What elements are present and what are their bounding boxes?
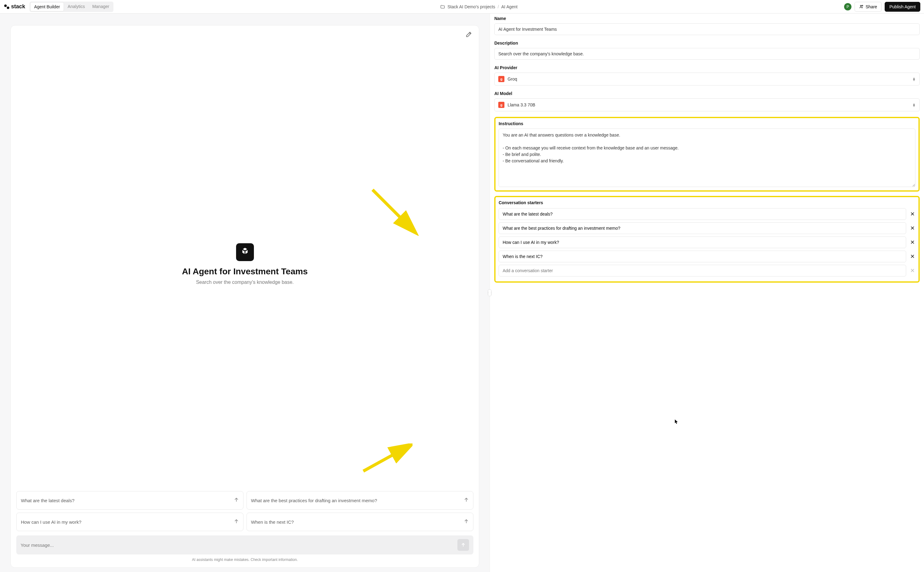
provider-value: Groq	[507, 76, 517, 81]
brand-icon	[4, 4, 10, 10]
avatar[interactable]: P	[844, 3, 851, 11]
instructions-label: Instructions	[499, 121, 915, 126]
people-icon	[859, 4, 864, 9]
preview-card: AI Agent for Investment Teams Search ove…	[11, 25, 479, 568]
nav-tabs: Agent Builder Analytics Manager	[29, 2, 113, 12]
send-button[interactable]	[457, 539, 469, 551]
starter-text: What are the best practices for drafting…	[251, 498, 377, 503]
tab-analytics[interactable]: Analytics	[64, 2, 88, 11]
preview-hero: AI Agent for Investment Teams Search ove…	[16, 31, 473, 485]
starter-row: ✕	[499, 251, 915, 262]
panel-resize-handle[interactable]: ⋮⋮	[488, 289, 491, 296]
starter-delete-button[interactable]: ✕	[910, 225, 915, 231]
chevron-updown-icon: ▲▼	[912, 77, 916, 81]
arrow-up-icon	[463, 497, 470, 504]
groq-icon: g	[498, 76, 504, 82]
agent-logo	[236, 243, 254, 261]
publish-label: Publish Agent	[889, 4, 916, 9]
name-field[interactable]	[494, 23, 920, 35]
model-group: AI Model g Llama 3.3 70B ▲▼	[494, 91, 920, 111]
brand-logo[interactable]: stack	[4, 3, 25, 10]
name-group: Name	[494, 16, 920, 35]
share-label: Share	[866, 4, 877, 9]
name-label: Name	[494, 16, 920, 21]
preview-column: AI Agent for Investment Teams Search ove…	[0, 14, 490, 572]
starter-field[interactable]	[499, 236, 906, 248]
instructions-field[interactable]	[499, 129, 915, 187]
groq-icon: g	[498, 102, 504, 108]
folder-icon	[440, 4, 445, 9]
arrow-up-icon	[463, 519, 470, 525]
model-value: Llama 3.3 70B	[507, 103, 535, 107]
starter-row-add: ✕	[499, 265, 915, 277]
breadcrumb-page[interactable]: AI Agent	[501, 4, 518, 9]
app-body: AI Agent for Investment Teams Search ove…	[0, 14, 924, 572]
share-button[interactable]: Share	[854, 2, 882, 12]
starter-delete-button[interactable]: ✕	[910, 268, 915, 274]
svg-point-1	[862, 5, 863, 6]
model-select[interactable]: g Llama 3.3 70B ▲▼	[494, 98, 920, 111]
arrow-up-icon	[460, 542, 466, 548]
instructions-highlight: Instructions	[494, 117, 920, 191]
edit-icon	[465, 31, 472, 38]
breadcrumb-project[interactable]: Stack AI Demo's projects	[448, 4, 495, 9]
arrow-up-icon	[233, 519, 239, 525]
preview-starters: What are the latest deals? What are the …	[16, 491, 473, 531]
provider-select[interactable]: g Groq ▲▼	[494, 73, 920, 85]
starter-row: ✕	[499, 222, 915, 234]
chevron-updown-icon: ▲▼	[912, 103, 916, 107]
tab-agent-builder[interactable]: Agent Builder	[30, 2, 64, 11]
starter-delete-button[interactable]: ✕	[910, 239, 915, 245]
starter-text: How can I use AI in my work?	[21, 519, 81, 525]
provider-group: AI Provider g Groq ▲▼	[494, 65, 920, 85]
starter-field[interactable]	[499, 251, 906, 262]
message-input[interactable]	[20, 542, 457, 548]
description-label: Description	[494, 40, 920, 45]
publish-button[interactable]: Publish Agent	[885, 2, 920, 12]
svg-point-0	[860, 5, 862, 6]
brand-text: stack	[11, 3, 25, 10]
starter-row: ✕	[499, 208, 915, 220]
preview-title: AI Agent for Investment Teams	[182, 267, 308, 277]
starters-label: Conversation starters	[499, 200, 915, 205]
model-label: AI Model	[494, 91, 920, 96]
disclaimer: AI assistants might make mistakes. Check…	[16, 558, 473, 562]
composer	[16, 535, 473, 555]
starter-card[interactable]: What are the latest deals?	[16, 491, 243, 510]
cubes-icon	[240, 247, 250, 257]
instructions-group: Instructions	[499, 121, 915, 188]
tab-manager[interactable]: Manager	[88, 2, 113, 11]
edit-preview-button[interactable]	[465, 31, 472, 39]
starter-card[interactable]: How can I use AI in my work?	[16, 513, 243, 531]
app-header: stack Agent Builder Analytics Manager St…	[0, 0, 924, 14]
breadcrumb-sep: /	[498, 4, 499, 9]
starter-delete-button[interactable]: ✕	[910, 254, 915, 259]
starter-field[interactable]	[499, 208, 906, 220]
description-field[interactable]	[494, 48, 920, 60]
breadcrumb: Stack AI Demo's projects / AI Agent	[116, 4, 842, 9]
starter-text: When is the next IC?	[251, 519, 294, 525]
starter-row: ✕	[499, 236, 915, 248]
preview-subtitle: Search over the company's knowledge base…	[196, 280, 294, 285]
starter-add-field[interactable]	[499, 265, 906, 277]
starter-field[interactable]	[499, 222, 906, 234]
provider-label: AI Provider	[494, 65, 920, 70]
description-group: Description	[494, 40, 920, 60]
starter-delete-button[interactable]: ✕	[910, 211, 915, 217]
starter-text: What are the latest deals?	[21, 498, 74, 503]
starter-card[interactable]: When is the next IC?	[247, 513, 474, 531]
config-column: Name Description AI Provider g Groq ▲▼ A…	[490, 14, 924, 572]
header-actions: P Share Publish Agent	[844, 2, 920, 12]
starters-highlight: Conversation starters ✕ ✕ ✕ ✕ ✕	[494, 196, 920, 283]
starter-card[interactable]: What are the best practices for drafting…	[247, 491, 474, 510]
arrow-up-icon	[233, 497, 239, 504]
